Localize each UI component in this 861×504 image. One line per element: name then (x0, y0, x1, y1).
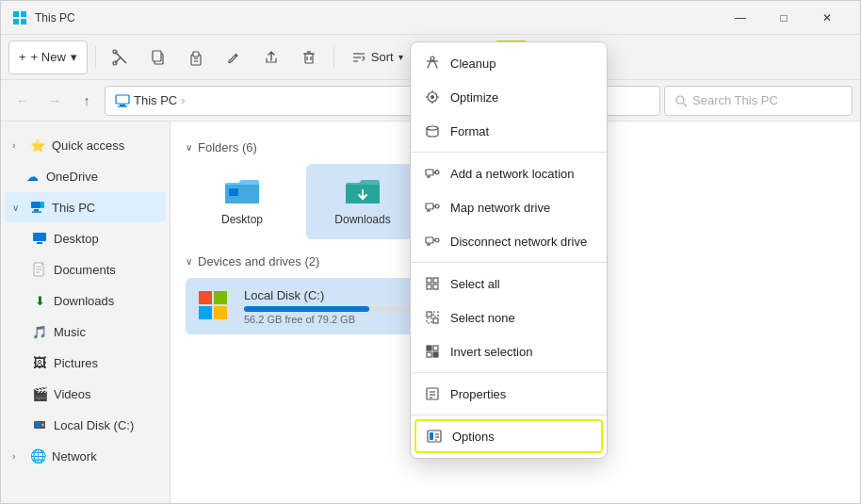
svg-rect-85 (427, 285, 431, 289)
paste-button[interactable] (179, 41, 213, 74)
svg-rect-11 (193, 52, 199, 57)
menu-item-select-none[interactable]: Select none (411, 301, 607, 334)
disconnect-network-label: Disconnect network drive (450, 235, 587, 249)
up-button[interactable]: ↑ (73, 87, 101, 115)
folder-desktop-name: Desktop (221, 213, 263, 226)
minimize-button[interactable]: — (719, 1, 762, 35)
share-button[interactable] (254, 41, 288, 74)
invert-selection-icon (424, 343, 441, 360)
new-button[interactable]: + + New ▾ (8, 41, 88, 74)
svg-rect-67 (426, 170, 433, 175)
invert-selection-label: Invert selection (450, 345, 532, 359)
drive-item-c[interactable]: Local Disk (C:) 56.2 GB free of 79.2 GB (186, 278, 430, 334)
menu-divider-3 (411, 372, 607, 373)
quick-access-chevron: › (12, 140, 24, 151)
folder-item-downloads[interactable]: Downloads (306, 164, 419, 239)
properties-label: Properties (450, 387, 506, 401)
sort-arrow: ▾ (398, 52, 403, 62)
sidebar-item-desktop[interactable]: Desktop (5, 223, 166, 253)
menu-item-options[interactable]: Options (414, 419, 603, 453)
svg-point-44 (41, 424, 44, 427)
menu-item-disconnect-network[interactable]: Disconnect network drive (411, 224, 607, 258)
sidebar-item-videos[interactable]: 🎬 Videos (5, 379, 166, 409)
network-chevron: › (12, 451, 24, 462)
pictures-icon: 🖼 (31, 354, 48, 371)
select-all-icon (424, 275, 441, 292)
sidebar-item-label: This PC (52, 201, 95, 215)
svg-point-80 (435, 238, 439, 242)
menu-divider-1 (411, 152, 607, 153)
forward-button[interactable]: → (41, 87, 69, 115)
search-placeholder: Search This PC (692, 93, 778, 107)
sidebar-item-pictures[interactable]: 🖼 Pictures (5, 348, 166, 378)
disconnect-network-icon (424, 233, 441, 250)
svg-rect-94 (433, 352, 438, 357)
sidebar-item-documents[interactable]: Documents (5, 254, 166, 285)
svg-rect-84 (433, 278, 438, 283)
sidebar-item-downloads[interactable]: ⬇ Downloads (5, 285, 166, 316)
sidebar-item-label: Pictures (54, 356, 98, 370)
sidebar-item-label: Documents (54, 263, 116, 277)
folders-label: Folders (6) (198, 140, 257, 154)
menu-item-select-all[interactable]: Select all (411, 267, 607, 301)
sidebar-item-music[interactable]: 🎵 Music (5, 317, 166, 347)
svg-rect-73 (426, 203, 433, 209)
downloads-icon: ⬇ (31, 292, 48, 309)
properties-icon (424, 385, 441, 402)
svg-rect-0 (13, 11, 19, 17)
sidebar-item-local-disk[interactable]: Local Disk (C:) (5, 410, 166, 440)
svg-rect-89 (427, 318, 431, 323)
documents-icon (31, 261, 48, 278)
map-network-icon (424, 199, 441, 216)
optimize-label: Optimize (450, 90, 498, 105)
sidebar-item-label: Videos (54, 387, 91, 401)
sort-button[interactable]: Sort ▾ (342, 41, 413, 74)
sidebar-item-onedrive[interactable]: ☁ OneDrive (5, 161, 166, 191)
sidebar-item-quick-access[interactable]: › ⭐ Quick access (5, 130, 166, 160)
folder-item-desktop[interactable]: Desktop (186, 164, 299, 239)
cleanup-icon (424, 55, 441, 72)
menu-item-invert-selection[interactable]: Invert selection (411, 334, 607, 368)
sidebar-item-label: Downloads (54, 294, 114, 308)
new-plus-icon: + (19, 50, 26, 64)
menu-item-format[interactable]: Format (411, 114, 607, 148)
window-title: This PC (35, 11, 719, 24)
svg-rect-2 (13, 19, 19, 24)
maximize-button[interactable]: □ (762, 1, 805, 35)
toolbar-sep-1 (95, 46, 96, 69)
format-label: Format (450, 124, 489, 138)
sidebar-item-network[interactable]: › 🌐 Network (5, 441, 166, 471)
search-box[interactable]: Search This PC (664, 86, 853, 116)
back-button[interactable]: ← (8, 87, 37, 115)
svg-rect-78 (426, 237, 433, 243)
new-arrow-icon: ▾ (71, 50, 77, 64)
svg-point-57 (430, 95, 434, 99)
folder-desktop-icon (223, 177, 261, 207)
svg-rect-15 (305, 54, 313, 63)
cleanup-label: Cleanup (450, 57, 495, 71)
music-icon: 🎵 (31, 323, 48, 340)
titlebar: This PC — □ ✕ (1, 1, 860, 35)
copy-button[interactable] (141, 41, 175, 74)
drive-c-info: Local Disk (C:) 56.2 GB free of 79.2 GB (244, 288, 421, 325)
svg-rect-93 (427, 352, 431, 357)
svg-rect-32 (31, 202, 41, 208)
menu-item-map-network[interactable]: Map network drive (411, 190, 607, 224)
menu-item-properties[interactable]: Properties (411, 377, 607, 411)
rename-button[interactable] (217, 41, 251, 74)
menu-item-optimize[interactable]: Optimize (411, 80, 607, 114)
svg-rect-43 (35, 422, 40, 428)
sidebar-item-this-pc[interactable]: ∨ This PC (5, 192, 166, 222)
svg-rect-34 (34, 209, 39, 211)
cut-button[interactable] (104, 41, 138, 74)
close-button[interactable]: ✕ (805, 1, 849, 35)
svg-rect-91 (427, 346, 431, 350)
select-all-label: Select all (450, 277, 500, 291)
this-pc-chevron: ∨ (12, 203, 24, 213)
drive-c-bar-bg (244, 306, 421, 312)
sidebar-item-label: Quick access (52, 138, 124, 153)
menu-item-cleanup[interactable]: Cleanup (411, 46, 607, 80)
menu-item-add-network[interactable]: Add a network location (411, 156, 607, 190)
delete-button[interactable] (292, 41, 326, 74)
sidebar-item-label: OneDrive (46, 170, 98, 184)
